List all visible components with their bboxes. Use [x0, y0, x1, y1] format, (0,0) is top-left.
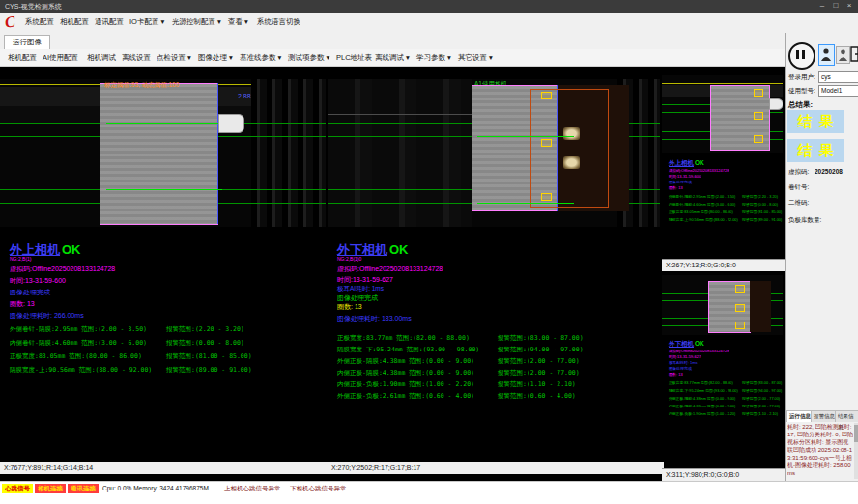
tool-test-param[interactable]: 测试项参数 ▾: [288, 53, 329, 63]
user-icon: [820, 47, 832, 62]
virtual-code-value: 20250208: [815, 168, 843, 175]
center-alarm-range: 报警范围:(83.00 - 87.00): [498, 334, 584, 343]
center-roi-rect: [530, 89, 609, 208]
left-alarm-range: 报警范围:(81.00 - 85.00): [166, 352, 252, 361]
menu-bar: C 系统配置 相机配置 通讯配置 IO卡配置 ▾ 光源控制配置 ▾ 查看 ▾ 系…: [0, 13, 858, 34]
info-scrollbar[interactable]: [854, 423, 858, 479]
info-scrollbar-thumb[interactable]: [854, 425, 858, 442]
center-measure-row: 内侧正极-隔膜:4.38mm 范围:(0.00 - 9.00): [337, 369, 474, 378]
mini-top-meas: 内侧卷针-隔膜:4.60mm 范围:(3.00 - 6.00): [669, 202, 735, 207]
tool-ai-config[interactable]: AI使用配置: [43, 53, 78, 63]
maximize-button[interactable]: □: [829, 0, 843, 13]
menu-language-switch[interactable]: 系统语言切换: [257, 17, 300, 27]
center-ai-line: 极耳AI耗时: 1ms: [337, 285, 384, 294]
left-measure-row: 隔膜宽度-上:90.56mm 范围:(88.00 - 92.00): [10, 366, 152, 375]
logout-button[interactable]: [850, 46, 858, 62]
pause-button[interactable]: [788, 42, 815, 70]
tab-run-info[interactable]: 运行信息: [786, 410, 814, 422]
tool-learn-param[interactable]: 学习参数 ▾: [416, 53, 451, 63]
left-time-line: 时间:13-31-59-600: [10, 276, 66, 286]
user-login-button[interactable]: [818, 44, 835, 66]
center-measure-line-bright: [477, 203, 574, 204]
user-settings-button[interactable]: [836, 46, 850, 64]
result-box-2: 结果: [787, 139, 844, 162]
center-camera-view[interactable]: A1使用相机: [328, 79, 660, 227]
exit-door-icon: [850, 46, 858, 62]
tab-run-image[interactable]: 运行图像: [4, 35, 50, 49]
mini-top-alarm: 报警范围:(0.00 - 8.00): [742, 202, 778, 207]
left-code-line: 虚拟码:Offline20250208133124728: [10, 265, 115, 274]
minimize-button[interactable]: –: [815, 0, 829, 13]
left-alarm-range: 报警范围:(0.00 - 8.00): [166, 339, 244, 348]
menu-io-config[interactable]: IO卡配置 ▾: [129, 17, 164, 27]
mini-bottom-camera-view[interactable]: [662, 275, 783, 335]
left-done-line: 图像处理完成: [10, 288, 50, 297]
center-alarm-range: 报警范围:(2.00 - 77.00): [498, 369, 580, 378]
center-camera-name: 外下相机: [337, 242, 387, 257]
mini-bottom-callout: [735, 322, 745, 329]
menu-view[interactable]: 查看 ▾: [228, 17, 248, 27]
tool-camera-debug[interactable]: 相机调试: [87, 53, 116, 63]
left-camera-view[interactable]: 标定阈值:93, 动态阈值:100 2.88: [0, 79, 326, 227]
toolbar: 相机配置 AI使用配置 相机调试 离线设置 点检设置 ▾ 图像处理 ▾ 基准线参…: [0, 49, 785, 67]
cpu-memory-readout: Cpu: 0.0% Memory: 3424.41796875M: [102, 485, 209, 491]
model-field[interactable]: Model1: [818, 85, 858, 97]
tool-baseline-param[interactable]: 基准线参数 ▾: [240, 53, 281, 63]
tool-spotcheck-set[interactable]: 点检设置 ▾: [157, 53, 191, 63]
tool-plc-table[interactable]: PLC地址表: [336, 53, 372, 63]
mini-bottom-coordinate-bar: X:311;Y:980;R:0;G:0;B:0: [662, 468, 786, 481]
center-measure-row: 隔膜宽度-下:95.24mm 范围:(93.00 - 98.00): [337, 346, 479, 354]
center-ng-line: NG:2,B(1)0: [337, 256, 361, 262]
menu-light-config[interactable]: 光源控制配置 ▾: [172, 17, 221, 27]
mini-top-result: OK: [695, 159, 704, 166]
mini-top-coordinate-bar: X:267;Y:13;R:0;G:0;B:0: [662, 259, 786, 271]
mini-bottom-meas: 内侧正极-负极:1.90mm 范围:(1.00 - 2.20): [669, 411, 735, 416]
left-ng-line: NG:2,B(1): [10, 256, 32, 262]
tab-alarm-info[interactable]: 报警信息: [811, 410, 838, 422]
center-code-line: 虚拟码:Offline20250208133124728: [337, 265, 443, 274]
menu-camera-config[interactable]: 相机配置: [60, 17, 89, 27]
mini-top-yellow-line: [662, 83, 783, 84]
mini-top-done: 图像处理完成: [669, 180, 692, 184]
mini-top-turns: 圈数: 13: [669, 185, 683, 190]
left-measure-row: 外侧卷针-隔膜:2.95mm 范围:(2.00 - 3.50): [10, 325, 147, 334]
center-turns-line: 圈数: 13: [337, 302, 362, 312]
pause-icon: [802, 50, 805, 59]
mini-bottom-meas: 正极宽度:83.77mm 范围:(82.00 - 88.00): [669, 380, 733, 385]
menu-system-config[interactable]: 系统配置: [25, 17, 54, 27]
tool-offline-debug[interactable]: 离线调试 ▾: [375, 53, 410, 63]
mini-top-camera-view[interactable]: [662, 75, 783, 153]
status-bar: 心跳信号 相机连接 通讯连接 Cpu: 0.0% Memory: 3424.41…: [0, 481, 858, 504]
center-elapsed-line: 图像处理耗时: 183.00ms: [337, 314, 412, 323]
mini-bottom-callout: [735, 304, 745, 312]
center-measure-line-bright: [477, 136, 574, 137]
close-button[interactable]: ×: [843, 0, 856, 13]
mini-bottom-name: 外下相机: [669, 340, 694, 347]
tab-result-info[interactable]: 结果信息: [835, 410, 858, 422]
center-coordinate-bar: X:270;Y:2502;R:17;G:17;B:17: [328, 462, 664, 474]
mini-top-connector: [769, 98, 783, 110]
mini-bottom-ai: 极耳AI耗时: 1ms: [669, 360, 698, 365]
left-edge-line: [217, 83, 218, 224]
tool-other-set[interactable]: 其它设置 ▾: [458, 53, 493, 63]
login-user-label: 登录用户:: [788, 73, 815, 82]
mini-bottom-turns: 圈数: 13: [669, 372, 683, 377]
mini-top-callout: [754, 135, 763, 143]
menu-comm-config[interactable]: 通讯配置: [95, 17, 124, 27]
tool-image-process[interactable]: 图像处理 ▾: [198, 53, 233, 63]
tool-offline-set[interactable]: 离线设置: [122, 53, 151, 63]
center-alarm-range: 报警范围:(2.00 - 77.00): [498, 357, 580, 366]
center-alarm-range: 报警范围:(0.60 - 4.00): [498, 392, 576, 401]
mini-top-alarm: 报警范围:(89.00 - 91.00): [742, 217, 782, 222]
mini-bottom-meas: 外侧正极-隔膜:4.38mm 范围:(0.00 - 9.00): [669, 396, 735, 401]
left-alarm-range: 报警范围:(89.00 - 91.00): [166, 366, 252, 375]
left-elapsed-line: 图像处理耗时: 266.00ms: [10, 311, 84, 321]
mini-bottom-title: 外下相机OK: [669, 340, 704, 349]
left-measure-row: 内侧卷针-隔膜:4.60mm 范围:(3.00 - 6.00): [10, 339, 147, 348]
window-title: CYS-视觉检测系统: [0, 3, 62, 10]
left-measure-line-bright: [106, 189, 222, 190]
mini-bottom-result: OK: [695, 340, 704, 347]
login-user-field[interactable]: cys: [818, 71, 858, 83]
center-alarm-range: 报警范围:(1.10 - 2.10): [498, 380, 576, 389]
tool-camera-config[interactable]: 相机配置: [8, 53, 37, 63]
